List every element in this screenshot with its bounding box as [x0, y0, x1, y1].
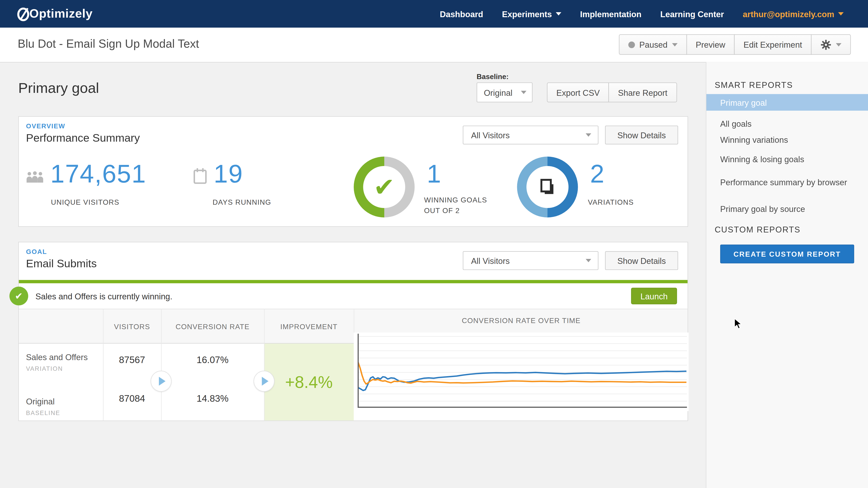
check-icon: ✔ [354, 157, 414, 217]
chevron-down-icon [586, 259, 591, 262]
calendar-icon [193, 168, 207, 184]
people-icon [26, 170, 43, 183]
paused-status-dot [628, 41, 635, 48]
baseline-select[interactable]: Original [477, 83, 532, 102]
unique-visitors-value: 174,651 [51, 159, 146, 189]
expand-visitors-button[interactable] [151, 371, 172, 392]
variations-label: VARIATIONS [588, 197, 634, 207]
launch-button[interactable]: Launch [631, 288, 677, 304]
performance-summary-panel: OVERVIEW Performance Summary All Visitor… [18, 116, 688, 227]
winning-banner: Sales and Offers is currently winning. [19, 283, 687, 309]
custom-reports-header: CUSTOM REPORTS [715, 225, 801, 234]
account-menu[interactable]: arthur@optimizely.com [743, 9, 844, 19]
status-button[interactable]: Paused [619, 34, 687, 55]
email-submits-goal-panel: GOAL Email Submits All Visitors Show Det… [18, 242, 688, 421]
winning-goals-value: 1 [427, 159, 441, 189]
nav-experiments[interactable]: Experiments [502, 9, 561, 19]
expand-conversion-button[interactable] [254, 371, 275, 392]
baseline-tag: BASELINE [26, 410, 99, 416]
winning-goals-donut: ✔ [354, 157, 414, 217]
create-custom-report-button[interactable]: CREATE CUSTOM REPORT [720, 245, 854, 263]
unique-visitors-label: UNIQUE VISITORS [51, 197, 119, 207]
sidebar-item-primary-goal[interactable]: Primary goal [706, 94, 868, 110]
nav-implementation[interactable]: Implementation [580, 9, 641, 19]
sidebar-item-winning-variations[interactable]: Winning variations [706, 131, 868, 148]
goal-eyebrow: GOAL [26, 248, 47, 256]
baseline-name: Original [26, 396, 99, 407]
chevron-down-icon [672, 43, 677, 46]
variation-tag: VARIATION [26, 365, 99, 372]
experiment-actions: Paused Preview Edit Experiment [619, 34, 851, 55]
sidebar-item-performance-by-browser[interactable]: Performance summary by browser [706, 170, 868, 195]
chevron-down-icon [586, 133, 591, 137]
mouse-cursor [734, 318, 742, 329]
chevron-down-icon [838, 12, 844, 15]
line-chart-svg [358, 334, 687, 410]
preview-button[interactable]: Preview [686, 34, 735, 55]
variation-conversion-rate: 16.07% [161, 355, 264, 366]
check-badge-icon: ✔ [9, 287, 28, 305]
gear-icon [820, 39, 831, 50]
baseline-visitors: 87084 [103, 393, 161, 404]
variations-value: 2 [590, 159, 605, 189]
overview-show-details-button[interactable]: Show Details [605, 126, 678, 144]
improvement-value: +8.4% [285, 372, 333, 391]
chevron-down-icon [521, 91, 526, 94]
winning-goals-label: WINNING GOALS OUT OF 2 [424, 195, 487, 216]
winning-indicator-bar [19, 280, 687, 283]
experiment-title: Blu Dot - Email Sign Up Modal Text [18, 37, 199, 51]
baseline-label: Baseline: [477, 72, 509, 81]
optimizely-results-page: Optimizely Dashboard Experiments Impleme… [0, 0, 868, 488]
table-row-baseline: Original BASELINE [26, 396, 99, 416]
nav-links: Dashboard Experiments Implementation Lea… [440, 9, 868, 19]
overview-eyebrow: OVERVIEW [26, 122, 65, 130]
share-report-button[interactable]: Share Report [609, 83, 677, 102]
optimizely-logo[interactable]: Optimizely [17, 6, 92, 22]
chevron-down-icon [836, 43, 841, 46]
overview-audience-select[interactable]: All Visitors [463, 126, 598, 144]
smart-reports-header: SMART REPORTS [715, 80, 793, 90]
conversion-rate-chart [354, 332, 689, 411]
col-conversion-rate: CONVERSION RATE [161, 309, 264, 344]
reports-sidebar: SMART REPORTS Primary goal All goals Win… [706, 62, 868, 488]
variations-donut [517, 157, 578, 217]
sidebar-item-primary-goal-by-source[interactable]: Primary goal by source [706, 200, 868, 217]
page-title: Primary goal [18, 80, 99, 97]
brand-text: Optimizely [29, 6, 93, 21]
nav-dashboard[interactable]: Dashboard [440, 9, 483, 19]
report-actions: Export CSV Share Report [547, 83, 677, 102]
optimizely-logo-icon [17, 6, 31, 22]
table-row-variation: Sales and Offers VARIATION [26, 351, 99, 372]
play-icon [159, 377, 165, 386]
chevron-down-icon [556, 12, 561, 15]
play-icon [262, 377, 268, 386]
variation-name: Sales and Offers [26, 351, 99, 363]
goal-show-details-button[interactable]: Show Details [605, 251, 678, 270]
winning-message: Sales and Offers is currently winning. [35, 283, 173, 309]
edit-experiment-button[interactable]: Edit Experiment [734, 34, 812, 55]
goal-audience-select[interactable]: All Visitors [463, 251, 598, 270]
sidebar-item-winning-losing-goals[interactable]: Winning & losing goals [706, 151, 868, 167]
col-chart-title: CONVERSION RATE OVER TIME [354, 309, 689, 332]
pages-icon [517, 157, 578, 217]
sidebar-item-all-goals[interactable]: All goals [706, 115, 868, 131]
settings-button[interactable] [811, 34, 851, 55]
export-csv-button[interactable]: Export CSV [547, 83, 609, 102]
goal-title: Email Submits [26, 257, 97, 270]
col-visitors: VISITORS [103, 309, 161, 344]
days-running-label: DAYS RUNNING [213, 197, 271, 207]
col-improvement: IMPROVEMENT [264, 309, 354, 344]
days-running-value: 19 [214, 159, 243, 189]
experiment-title-bar: Blu Dot - Email Sign Up Modal Text Pause… [0, 28, 868, 62]
improvement-cell: +8.4% [264, 344, 354, 420]
baseline-conversion-rate: 14.83% [161, 393, 264, 404]
overview-title: Performance Summary [26, 132, 140, 144]
top-nav: Optimizely Dashboard Experiments Impleme… [0, 0, 868, 28]
nav-learning-center[interactable]: Learning Center [660, 9, 724, 19]
variation-visitors: 87567 [103, 355, 161, 366]
column-divider [264, 309, 265, 421]
